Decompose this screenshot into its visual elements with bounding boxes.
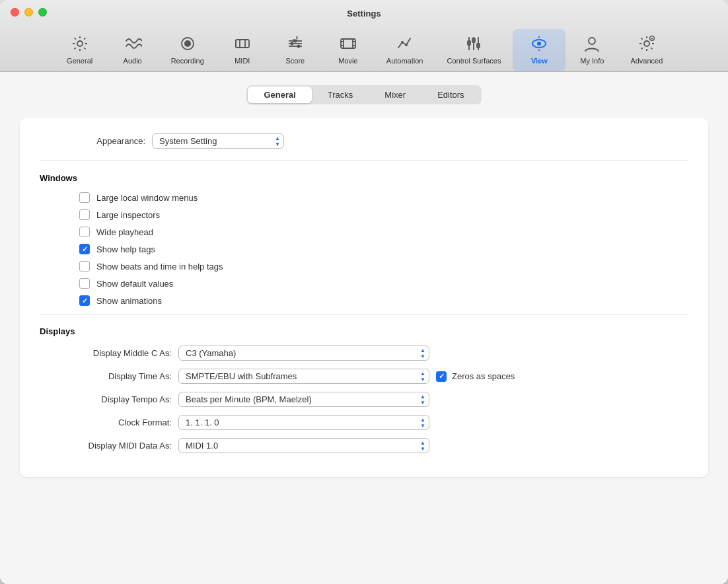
tab-bar: General Tracks Mixer Editors (20, 85, 708, 104)
toolbar-label-audio: Audio (124, 57, 142, 65)
settings-panel: Appearance: System Setting Light Dark ▲ … (20, 118, 708, 477)
toolbar-item-general[interactable]: General (54, 29, 106, 71)
show-beats-label: Show beats and time in help tags (96, 262, 223, 272)
svg-point-35 (644, 41, 649, 46)
toolbar-label-automation: Automation (386, 57, 423, 65)
display-clock-row: Clock Format: 1. 1. 1. 0 0. 0. 0. 0 ▲ ▼ (40, 415, 688, 430)
svg-point-22 (401, 41, 404, 44)
display-clock-select[interactable]: 1. 1. 1. 0 0. 0. 0. 0 (178, 415, 429, 430)
titlebar: Settings General (0, 0, 728, 72)
show-help-checkbox[interactable] (79, 244, 90, 254)
toolbar-item-score[interactable]: Score (269, 29, 322, 71)
wide-playhead-checkbox[interactable] (79, 227, 90, 237)
displays-section-title: Displays (40, 326, 688, 336)
large-inspectors-checkbox[interactable] (79, 209, 90, 220)
tab-general[interactable]: General (248, 87, 311, 103)
display-tempo-select-wrapper: Beats per Minute (BPM, Maelzel) Seconds … (178, 392, 429, 407)
checkbox-show-animations: Show animations (79, 295, 688, 306)
svg-rect-3 (236, 40, 249, 48)
checkbox-large-inspectors: Large inspectors (79, 209, 688, 220)
large-local-label: Large local window menus (96, 193, 198, 203)
show-animations-checkbox[interactable] (79, 295, 90, 306)
minimize-button[interactable] (24, 8, 33, 17)
checkbox-large-local: Large local window menus (79, 192, 688, 203)
windows-checkboxes: Large local window menus Large inspector… (79, 192, 688, 306)
movie-icon (338, 33, 359, 54)
svg-point-0 (77, 41, 83, 46)
svg-point-2 (184, 40, 191, 47)
toolbar: General Audio (54, 25, 675, 71)
show-animations-label: Show animations (96, 296, 162, 306)
show-default-checkbox[interactable] (79, 278, 90, 289)
content-area: General Tracks Mixer Editors Appearance:… (0, 72, 728, 584)
display-clock-label: Clock Format: (40, 418, 172, 427)
window-controls (11, 8, 47, 17)
tab-mixer[interactable]: Mixer (369, 87, 421, 103)
toolbar-label-advanced: Advanced (630, 57, 663, 65)
display-tempo-select[interactable]: Beats per Minute (BPM, Maelzel) Seconds … (178, 392, 429, 407)
toolbar-label-view: View (531, 57, 548, 65)
large-inspectors-label: Large inspectors (96, 210, 160, 220)
appearance-select[interactable]: System Setting Light Dark (152, 133, 284, 149)
window-title: Settings (347, 9, 381, 18)
display-time-select[interactable]: SMPTE/EBU with Subframes Beats SMPTE (178, 369, 429, 384)
settings-window: Settings General (0, 0, 728, 584)
display-tempo-label: Display Tempo As: (40, 394, 172, 404)
display-middle-c-select[interactable]: C3 (Yamaha) C4 (Roland) C5 (178, 346, 429, 361)
display-midi-select-wrapper: MIDI 1.0 MIDI 2.0 ▲ ▼ (178, 438, 429, 453)
checkbox-show-help: Show help tags (79, 244, 688, 254)
svg-point-34 (589, 38, 595, 44)
svg-point-12 (297, 45, 300, 48)
toolbar-label-movie: Movie (338, 57, 357, 65)
large-local-checkbox[interactable] (79, 192, 90, 203)
zeros-as-spaces-checkbox[interactable] (436, 371, 447, 382)
view-icon (528, 33, 550, 54)
show-default-label: Show default values (96, 279, 173, 289)
display-midi-select[interactable]: MIDI 1.0 MIDI 2.0 (178, 438, 429, 453)
automation-icon (394, 33, 416, 54)
appearance-label: Appearance: (40, 136, 145, 146)
toolbar-label-midi: MIDI (235, 57, 250, 65)
display-middle-c-label: Display Middle C As: (40, 348, 172, 358)
gear-icon (69, 33, 91, 54)
wide-playhead-label: Wide playhead (96, 227, 153, 237)
toolbar-item-control-surfaces[interactable]: Control Surfaces (435, 29, 513, 71)
audio-icon (122, 33, 143, 54)
toolbar-label-control-surfaces: Control Surfaces (447, 57, 501, 65)
advanced-icon (636, 33, 657, 54)
display-time-label: Display Time As: (40, 371, 172, 381)
toolbar-item-view[interactable]: View (513, 29, 565, 71)
checkbox-show-default: Show default values (79, 278, 688, 289)
tab-tracks[interactable]: Tracks (312, 87, 369, 103)
windows-section-title: Windows (40, 173, 688, 183)
toolbar-item-my-info[interactable]: My Info (565, 29, 618, 71)
display-middle-c-select-wrapper: C3 (Yamaha) C4 (Roland) C5 ▲ ▼ (178, 346, 429, 361)
toolbar-item-advanced[interactable]: Advanced (618, 29, 674, 71)
score-icon (285, 33, 306, 54)
toolbar-label-recording: Recording (171, 57, 204, 65)
toolbar-item-movie[interactable]: Movie (322, 29, 375, 71)
show-help-label: Show help tags (96, 244, 155, 254)
svg-point-11 (290, 42, 293, 46)
tab-group: General Tracks Mixer Editors (246, 85, 481, 104)
display-clock-select-wrapper: 1. 1. 1. 0 0. 0. 0. 0 ▲ ▼ (178, 415, 429, 430)
svg-point-31 (537, 42, 541, 46)
show-beats-checkbox[interactable] (79, 261, 90, 272)
tab-editors[interactable]: Editors (421, 87, 480, 103)
display-tempo-row: Display Tempo As: Beats per Minute (BPM,… (40, 392, 688, 407)
appearance-select-wrapper: System Setting Light Dark ▲ ▼ (152, 133, 284, 149)
checkbox-show-beats: Show beats and time in help tags (79, 261, 688, 272)
toolbar-item-midi[interactable]: MIDI (216, 29, 269, 71)
toolbar-label-general: General (67, 57, 92, 65)
divider-1 (40, 161, 688, 161)
maximize-button[interactable] (38, 8, 47, 17)
toolbar-item-recording[interactable]: Recording (159, 29, 216, 71)
close-button[interactable] (11, 8, 19, 17)
svg-point-23 (405, 44, 408, 46)
checkbox-wide-playhead: Wide playhead (79, 227, 688, 237)
toolbar-item-automation[interactable]: Automation (375, 29, 435, 71)
toolbar-label-my-info: My Info (580, 57, 604, 65)
display-midi-row: Display MIDI Data As: MIDI 1.0 MIDI 2.0 … (40, 438, 688, 453)
display-middle-c-row: Display Middle C As: C3 (Yamaha) C4 (Rol… (40, 346, 688, 361)
toolbar-item-audio[interactable]: Audio (106, 29, 159, 71)
